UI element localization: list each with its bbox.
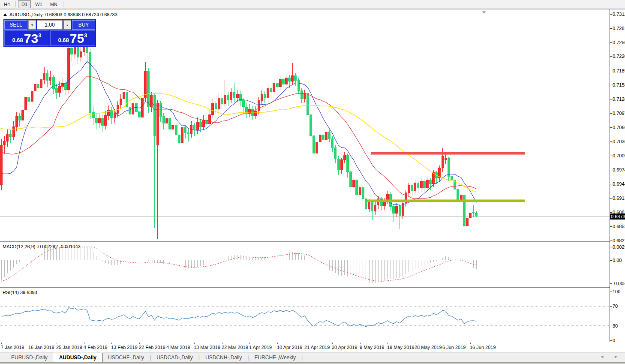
tab-scroll-arrows[interactable]: ◄ ► [600, 354, 622, 359]
chart-tab-audusd-daily[interactable]: AUDUSD-,Daily [53, 353, 103, 362]
candle-bull [114, 114, 116, 118]
ma-line-10 [1, 61, 476, 205]
rsi-axis-label: 0 [613, 338, 615, 343]
macd-signal-line [1, 247, 476, 281]
candle-bull [325, 132, 327, 139]
volume-input[interactable]: 1.00 [37, 20, 63, 30]
price-axis-label: 0.71890 [613, 68, 625, 73]
price-axis-label: 0.73115 [613, 12, 625, 17]
one-click-trading-panel: SELL ▼ 1.00 ▲ BUY 0.68 73 3 0.68 75 3 [3, 19, 96, 47]
candle-bear [430, 180, 432, 184]
buy-price-main: 75 [70, 33, 84, 45]
rsi-axis-label: 100 [613, 289, 620, 294]
candle-bear [242, 101, 244, 107]
volume-decrease-button[interactable]: ▼ [28, 20, 36, 30]
candle-bull [58, 86, 60, 92]
candle-bull [433, 173, 435, 184]
axis-tick [610, 184, 612, 184]
candle-bull [218, 98, 220, 109]
chart-tab-eurchf-weekly[interactable]: EURCHF-,Weekly [249, 353, 300, 362]
candle-bull [353, 180, 355, 187]
candle-bear [95, 118, 97, 123]
axis-tick [610, 283, 612, 284]
candle-bull [43, 73, 45, 79]
axis-tick [610, 113, 612, 114]
candle-bull [420, 181, 422, 188]
date-label: 22 Mar 2019 [222, 345, 248, 350]
buy-button[interactable]: BUY [72, 20, 95, 30]
date-tick [332, 343, 333, 344]
macd-histogram [1, 247, 476, 283]
candle-bull [132, 103, 134, 114]
price-axis-label: 0.68520 [613, 224, 625, 229]
axis-tick [610, 99, 612, 99]
date-label: 9 May 2019 [360, 345, 384, 350]
rsi-indicator-panel[interactable] [0, 289, 610, 342]
candle-bear [270, 89, 272, 91]
timeframe-d1-button[interactable]: D1 [18, 0, 31, 8]
candle-bear [463, 195, 465, 226]
date-tick [277, 343, 278, 344]
macd-axis-label: 0.00 [613, 258, 622, 263]
candle-bull [3, 141, 6, 145]
rsi-axis-label: 30 [613, 323, 618, 328]
candle-bull [273, 83, 275, 91]
candle-bear [129, 107, 131, 114]
volume-increase-button[interactable]: ▲ [63, 20, 71, 30]
candle-bull [359, 187, 361, 195]
candle-bear [322, 135, 324, 139]
candle-bull [105, 115, 107, 126]
support-line[interactable] [367, 199, 525, 202]
axis-tick [610, 241, 612, 241]
candle-bear [169, 119, 171, 129]
buy-quote-button[interactable]: 0.68 75 3 [50, 30, 95, 46]
chart-shift-marker-icon[interactable] [482, 11, 486, 14]
sell-price-main: 73 [24, 33, 38, 45]
axis-tick [610, 226, 612, 227]
candle-bear [65, 83, 67, 90]
rsi-line [1, 307, 476, 327]
candle-bull [144, 71, 147, 98]
toolbar-divider [15, 1, 16, 7]
candle-bull [202, 120, 204, 126]
candle-bear [215, 103, 217, 109]
candle-bear [297, 80, 300, 90]
candle-bull [316, 142, 318, 153]
macd-indicator-panel[interactable] [0, 243, 610, 287]
candle-bull [12, 126, 15, 137]
axis-tick [610, 141, 612, 142]
tabs-holder: EURUSD-,DailyAUDUSD-,DailyUSDCHF-,Daily|… [6, 353, 303, 362]
price-axis[interactable]: 0.731150.728100.725050.722000.718900.715… [610, 9, 625, 342]
date-label: 10 Apr 2019 [277, 345, 302, 350]
candle-bear [187, 132, 189, 134]
candle-bear [199, 122, 201, 126]
axis-tick [610, 56, 612, 57]
chart-tab-usdchf-daily[interactable]: USDCHF-,Daily [103, 353, 149, 362]
candle-bear [77, 46, 79, 57]
candle-bear [71, 48, 73, 54]
price-axis-label: 0.69440 [613, 181, 625, 187]
collapse-panel-icon[interactable] [3, 13, 7, 16]
resistance-line[interactable] [371, 152, 525, 155]
buy-price-point: 3 [84, 32, 87, 39]
sell-button[interactable]: SELL [4, 20, 27, 30]
candle-bear [393, 206, 395, 213]
candle-bull [255, 111, 257, 116]
price-axis-label: 0.71585 [613, 82, 625, 87]
candle-bear [138, 112, 140, 117]
candle-bear [162, 116, 165, 123]
candle-bull [291, 76, 294, 81]
candle-bear [184, 127, 186, 132]
timeframe-mn-button[interactable]: MN [47, 0, 61, 8]
timeframe-h4-button[interactable]: H4 [0, 0, 13, 8]
candle-bull [469, 213, 471, 218]
candle-bear [55, 89, 57, 93]
chart-tab-usdcad-daily[interactable]: USDCAD-,Daily [151, 353, 198, 362]
date-axis[interactable]: 7 Jan 201916 Jan 201925 Jan 20194 Feb 20… [0, 343, 625, 352]
candle-bear [451, 176, 453, 180]
candle-bear [276, 83, 278, 87]
timeframe-w1-button[interactable]: W1 [32, 0, 46, 8]
sell-quote-button[interactable]: 0.68 73 3 [4, 30, 49, 46]
chart-tab-eurusd-daily[interactable]: EURUSD-,Daily [6, 353, 53, 362]
chart-tab-usdcnh-daily[interactable]: USDCNH-,Daily [200, 353, 247, 362]
